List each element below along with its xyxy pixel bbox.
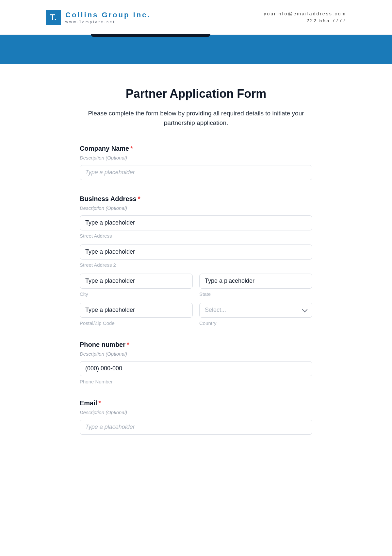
postal-code-sublabel: Postal/Zip Code	[80, 320, 193, 326]
required-marker: *	[138, 195, 140, 202]
city-input[interactable]	[80, 274, 193, 289]
required-marker: *	[127, 341, 129, 348]
phone-sublabel: Phone Number	[80, 379, 312, 384]
phone-description: Description (Optional)	[80, 351, 312, 357]
required-marker: *	[130, 145, 133, 152]
country-sublabel: Country	[199, 320, 312, 326]
chevron-down-icon	[302, 307, 308, 312]
phone-label: Phone number*	[80, 341, 312, 348]
country-select[interactable]: Select...	[199, 303, 312, 318]
brand-site: www.Template.net	[65, 20, 151, 24]
company-name-description: Description (Optional)	[80, 155, 312, 160]
business-address-description: Description (Optional)	[80, 205, 312, 211]
form-title: Partner Application Form	[80, 87, 312, 101]
form-container: Partner Application Form Please complete…	[78, 87, 314, 451]
phone-group: Phone number* Description (Optional) Pho…	[80, 341, 312, 384]
email-label: Email*	[80, 399, 312, 407]
contact-block: yourinfo@emailaddress.com 222 555 7777	[264, 10, 346, 24]
country-select-placeholder: Select...	[205, 307, 226, 313]
state-input[interactable]	[199, 274, 312, 289]
page-header: T. Collins Group Inc. www.Template.net y…	[0, 0, 392, 35]
email-group: Email* Description (Optional)	[80, 399, 312, 435]
email-description: Description (Optional)	[80, 410, 312, 415]
city-sublabel: City	[80, 291, 193, 297]
street-address-sublabel: Street Address	[80, 233, 312, 239]
postal-code-input[interactable]	[80, 303, 193, 318]
street-address-2-input[interactable]	[80, 244, 312, 260]
business-address-group: Business Address* Description (Optional)…	[80, 195, 312, 326]
email-input[interactable]	[80, 420, 312, 435]
contact-email: yourinfo@emailaddress.com	[264, 10, 346, 17]
contact-phone: 222 555 7777	[264, 17, 346, 24]
form-intro: Please complete the form below by provid…	[80, 109, 312, 128]
required-marker: *	[98, 399, 101, 407]
hero-band	[0, 35, 392, 64]
company-name-label: Company Name*	[80, 145, 312, 152]
business-address-label: Business Address*	[80, 195, 312, 203]
logo-icon: T.	[46, 10, 61, 25]
state-sublabel: State	[199, 291, 312, 297]
company-name-group: Company Name* Description (Optional)	[80, 145, 312, 180]
company-name-input[interactable]	[80, 165, 312, 180]
street-address-2-sublabel: Street Address 2	[80, 262, 312, 268]
brand-name: Collins Group Inc.	[65, 11, 151, 19]
phone-input[interactable]	[80, 361, 312, 376]
street-address-input[interactable]	[80, 215, 312, 230]
header-divider	[0, 35, 392, 35]
brand: T. Collins Group Inc. www.Template.net	[46, 10, 151, 25]
